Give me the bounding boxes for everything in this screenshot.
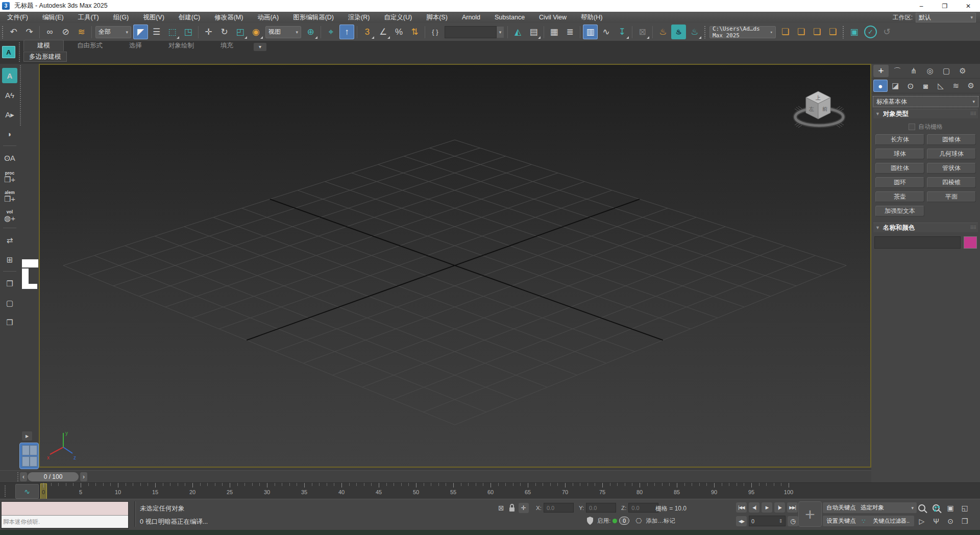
snaps-3d-toggle-icon[interactable]: 3 xyxy=(360,25,375,39)
next-frame-button[interactable]: |▶ xyxy=(774,502,785,513)
macro-recorder-field[interactable] xyxy=(2,502,128,516)
key-filters-button[interactable]: 关键点过滤器.. xyxy=(868,516,914,526)
menu-item-2[interactable]: 工具(T) xyxy=(71,12,106,23)
viewcube[interactable]: 上 左 前 xyxy=(778,74,860,135)
undo-history-icon[interactable]: ↺ xyxy=(879,25,894,39)
autosave-icon[interactable]: ▣ xyxy=(847,25,862,39)
maxscript-editor-icon[interactable]: A xyxy=(2,68,17,83)
zoom-all-icon[interactable] xyxy=(930,502,942,513)
selection-set-dropdown[interactable]: 选定对象 ▾ xyxy=(857,502,917,513)
object-button-8[interactable]: 茶壶 xyxy=(875,191,924,202)
ribbon-minimize-dropdown[interactable]: ▾ xyxy=(254,43,266,51)
category-lights[interactable]: ʘ xyxy=(903,80,918,92)
current-frame-field[interactable]: 0 ⇕ xyxy=(749,516,786,526)
y-coordinate-field[interactable]: 0.0 xyxy=(586,503,616,513)
toolbar-drag-handle[interactable] xyxy=(704,26,706,39)
previous-frame-button[interactable]: ◀| xyxy=(749,502,760,513)
scene-explorer-toggle-icon[interactable]: ▦ xyxy=(547,25,561,39)
object-color-swatch[interactable] xyxy=(964,236,977,249)
menu-item-9[interactable]: 渲染(R) xyxy=(341,12,377,23)
restore-button[interactable]: ❐ xyxy=(933,0,957,12)
maximize-viewport-toggle-icon[interactable]: ❒ xyxy=(959,516,971,526)
slider-drag-handle[interactable] xyxy=(17,472,19,482)
category-spacewarps[interactable]: ≋ xyxy=(949,80,963,92)
perspective-viewport[interactable]: 上 左 前 x y z xyxy=(39,64,871,468)
select-and-scale-icon[interactable]: ◰ xyxy=(233,25,248,39)
object-name-field[interactable] xyxy=(874,236,961,249)
menu-item-5[interactable]: 创建(C) xyxy=(172,12,207,23)
menu-item-4[interactable]: 视图(V) xyxy=(136,12,172,23)
script-settings-icon[interactable]: ❏ xyxy=(778,25,793,39)
object-button-10[interactable]: 加强型文本 xyxy=(875,206,924,216)
alembic-create-icon[interactable]: alem❒+ xyxy=(2,189,17,204)
menu-item-6[interactable]: 修改器(M) xyxy=(207,12,250,23)
z-coordinate-field[interactable]: 0.0 xyxy=(628,503,658,513)
render-production-icon[interactable]: ♨ xyxy=(687,25,702,39)
object-type-rollout[interactable]: ▼ 对象类型 ⠿⠿ xyxy=(873,109,978,118)
align-icon[interactable]: ▤ xyxy=(526,25,541,39)
field-of-view-icon[interactable]: ▷ xyxy=(916,516,928,526)
schematic-view-icon[interactable]: ↧ xyxy=(615,25,629,39)
viewport-layout-button[interactable] xyxy=(19,443,39,469)
menu-item-1[interactable]: 编辑(E) xyxy=(35,12,71,23)
percent-snap-icon[interactable]: % xyxy=(391,25,406,39)
mute-count-badge[interactable]: 0 xyxy=(619,517,629,525)
go-to-end-button[interactable]: ▶▶| xyxy=(787,502,798,513)
zoom-icon[interactable] xyxy=(916,502,928,513)
selection-lock-icon[interactable] xyxy=(508,503,516,513)
menu-item-14[interactable]: Civil View xyxy=(532,12,574,23)
named-selection-field[interactable] xyxy=(445,26,497,38)
select-and-link-icon[interactable]: ∞ xyxy=(42,25,57,39)
category-dropdown[interactable]: 标准基本体 ▾ xyxy=(873,96,978,107)
category-geometry[interactable]: ● xyxy=(873,80,888,92)
use-pivot-center-icon[interactable]: ⊕ xyxy=(303,25,318,39)
macro-recorder-icon[interactable]: Aϟ xyxy=(2,87,17,103)
object-button-4[interactable]: 圆柱体 xyxy=(875,163,924,174)
tab-create[interactable]: + xyxy=(873,65,889,77)
orbit-icon[interactable]: ⊙ xyxy=(944,516,957,526)
light-lister-icon[interactable]: ʘA xyxy=(2,150,17,165)
track-bar[interactable]: ∿ 05101520253035404550556065707580859095… xyxy=(0,482,980,499)
named-selection-sets-icon[interactable]: { } xyxy=(428,25,443,39)
menu-item-13[interactable]: Substance xyxy=(487,12,532,23)
ribbon-toggle-icon[interactable]: ▥ xyxy=(583,25,598,39)
maxscript-mini-listener[interactable]: 脚本迷你侦听. xyxy=(1,501,129,529)
object-button-9[interactable]: 平面 xyxy=(927,191,976,202)
tab-hierarchy[interactable]: ⋔ xyxy=(906,65,921,77)
object-button-6[interactable]: 圆环 xyxy=(875,177,924,188)
scene-health-check-icon[interactable]: ✓ xyxy=(864,26,877,38)
window-crossing-toggle-icon[interactable]: ◳ xyxy=(181,25,195,39)
mirror-icon[interactable]: ◭ xyxy=(510,25,525,39)
ribbon-tab-3[interactable]: 对象绘制 xyxy=(155,40,207,51)
set-keys-button[interactable]: + xyxy=(798,501,822,527)
bind-to-spacewarp-icon[interactable]: ≋ xyxy=(74,25,89,39)
object-button-0[interactable]: 长方体 xyxy=(875,134,924,145)
rect-selection-region-icon[interactable]: ⬚ xyxy=(165,25,180,39)
select-by-name-icon[interactable]: ☰ xyxy=(149,25,164,39)
tab-modify[interactable]: ⌒ xyxy=(890,65,905,77)
menu-item-7[interactable]: 动画(A) xyxy=(250,12,286,23)
close-button[interactable]: ✕ xyxy=(957,0,980,12)
ink-material-icon[interactable]: ◗ xyxy=(2,126,17,141)
selection-filter-dropdown[interactable]: 全部▾ xyxy=(95,26,131,38)
toolbar-drag-handle[interactable] xyxy=(2,26,4,39)
ribbon-tab-4[interactable]: 填充 xyxy=(207,40,247,51)
category-shapes[interactable]: ◪ xyxy=(889,80,903,92)
category-cameras[interactable]: ◙ xyxy=(919,80,933,92)
absolute-mode-transform-icon[interactable]: ✛ xyxy=(519,503,529,513)
ribbon-tab-1[interactable]: 自由形式 xyxy=(64,40,116,51)
viewport-layout-expand-button[interactable]: ▶ xyxy=(22,431,32,441)
menu-item-12[interactable]: Arnold xyxy=(455,12,487,23)
zoom-extents-icon[interactable]: ▣ xyxy=(944,502,957,513)
select-and-place-icon[interactable]: ◉ xyxy=(249,25,263,39)
ribbon-drag-handle[interactable] xyxy=(18,42,21,62)
ribbon-tab-0[interactable]: 建模 xyxy=(23,40,64,51)
previous-frame-arrow[interactable]: ‹ xyxy=(20,472,27,481)
volume-create-icon[interactable]: vol◍+ xyxy=(2,208,17,224)
select-and-manipulate-icon[interactable]: ⌖ xyxy=(324,25,338,39)
time-configuration-icon[interactable]: ◷ xyxy=(788,516,798,526)
proc-create-icon[interactable]: proc❒+ xyxy=(2,169,17,185)
script-open-icon[interactable]: ❏ xyxy=(794,25,808,39)
zoom-region-icon[interactable]: ◱ xyxy=(959,502,971,513)
object-button-1[interactable]: 圆锥体 xyxy=(927,134,976,145)
